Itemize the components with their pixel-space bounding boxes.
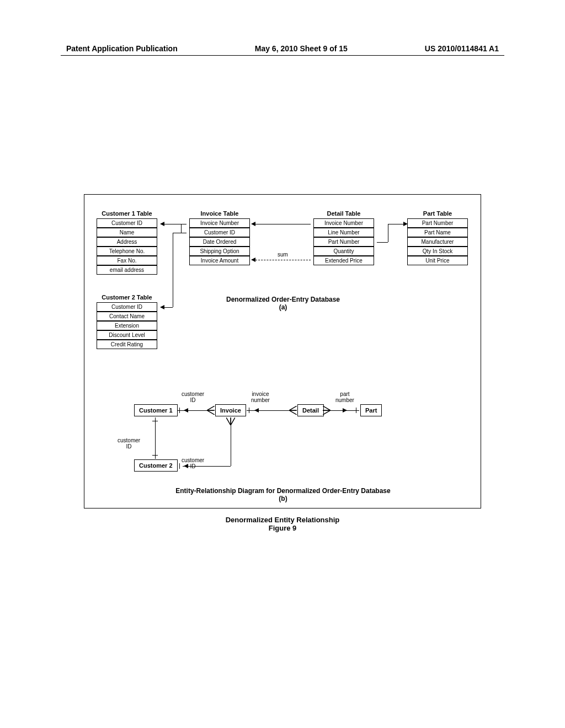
table-row: email address: [97, 265, 157, 275]
table-row: Invoice Number: [313, 218, 374, 228]
connector: [377, 242, 388, 243]
figure-caption: Denormalized Entity Relationship Figure …: [84, 516, 481, 532]
table-row: Name: [97, 228, 157, 237]
connector: [164, 224, 186, 224]
arrow-left-icon: [160, 222, 164, 226]
customer2-table: Customer 2 Table Customer ID Contact Nam…: [97, 294, 157, 349]
arrow-right-icon: [403, 222, 408, 226]
connector-dashed: [255, 260, 311, 260]
er-customer1: Customer 1: [134, 404, 178, 416]
connector-tick: [152, 455, 158, 456]
tick-icon: [179, 408, 180, 413]
connector: [173, 233, 186, 233]
table-row: Discount Level: [97, 330, 157, 340]
er-label-invoice-number: invoicenumber: [251, 391, 270, 403]
caption-a: Denormalized Order-Entry Database (a): [209, 296, 358, 311]
caption-b-line2: (b): [140, 495, 427, 502]
tick-icon: [179, 463, 180, 469]
tick-icon: [356, 408, 356, 413]
arrow-left-icon: [184, 408, 188, 413]
table-row: Fax No.: [97, 256, 157, 265]
arrow-left-icon: [184, 464, 188, 468]
crowfoot-icon: [323, 406, 331, 415]
arrow-left-icon: [254, 408, 259, 413]
table-row: Credit Rating: [97, 340, 157, 349]
table-row: Address: [97, 237, 157, 247]
arrow-right-icon: [343, 408, 347, 413]
table-row: Line Number: [313, 228, 374, 237]
connector: [155, 417, 156, 459]
er-label-customer-id: customerID: [182, 391, 204, 403]
table-row: Extended Price: [313, 256, 374, 265]
table-row: Invoice Number: [189, 218, 250, 228]
part-table: Part Table Part Number Part Name Manufac…: [407, 210, 468, 265]
er-customer2: Customer 2: [134, 459, 178, 472]
caption-b: Entity-Relationship Diagram for Denormal…: [140, 487, 427, 502]
caption-a-line1: Denormalized Order-Entry Database: [209, 296, 358, 303]
caption-b-line1: Entity-Relationship Diagram for Denormal…: [140, 487, 427, 495]
header-rule: [61, 55, 504, 56]
table-row: Date Ordered: [189, 237, 250, 247]
table-row: Part Number: [313, 237, 374, 247]
er-detail: Detail: [297, 404, 324, 416]
connector: [255, 224, 311, 224]
er-label-customer-id-2: customerID: [118, 437, 140, 449]
customer1-title: Customer 1 Table: [97, 210, 157, 217]
diagram-frame: Customer 1 Table Customer ID Name Addres…: [84, 194, 481, 508]
customer2-title: Customer 2 Table: [97, 294, 157, 301]
table-row: Extension: [97, 321, 157, 330]
header-left: Patent Application Publication: [66, 44, 178, 53]
crowfoot-icon: [289, 406, 297, 415]
part-title: Part Table: [407, 210, 468, 217]
detail-title: Detail Table: [313, 210, 374, 217]
connector: [388, 224, 404, 224]
table-row: Customer ID: [189, 228, 250, 237]
connector: [181, 224, 182, 233]
connector: [173, 233, 173, 307]
table-row: Part Number: [407, 218, 468, 228]
er-label-part-number: partnumber: [335, 391, 354, 403]
tick-icon: [249, 408, 249, 413]
invoice-table: Invoice Table Invoice Number Customer ID…: [189, 210, 250, 265]
invoice-title: Invoice Table: [189, 210, 250, 217]
figure-number: Figure 9: [84, 524, 481, 532]
arrow-left-icon: [160, 305, 164, 309]
table-row: Telephone No.: [97, 247, 157, 256]
figure-title: Denormalized Entity Relationship: [84, 516, 481, 524]
er-part: Part: [360, 404, 382, 416]
table-row: Unit Price: [407, 256, 468, 265]
detail-table: Detail Table Invoice Number Line Number …: [313, 210, 374, 265]
caption-a-line2: (a): [209, 303, 358, 311]
connector: [164, 307, 173, 308]
arrow-left-icon: [251, 258, 255, 262]
customer1-table: Customer 1 Table Customer ID Name Addres…: [97, 210, 157, 275]
connector: [183, 466, 231, 467]
table-row: Shipping Option: [189, 247, 250, 256]
table-row: Customer ID: [97, 218, 157, 228]
table-row: Quantity: [313, 247, 374, 256]
header-center: May 6, 2010 Sheet 9 of 15: [255, 44, 348, 53]
sum-label: sum: [278, 251, 288, 258]
crowfoot-icon: [207, 406, 215, 415]
table-row: Contact Name: [97, 312, 157, 321]
connector: [388, 224, 388, 242]
er-invoice: Invoice: [215, 404, 246, 416]
connector-tick: [152, 421, 158, 421]
table-row: Part Name: [407, 228, 468, 237]
crowfoot-icon: [226, 417, 235, 425]
table-row: Qty In Stock: [407, 247, 468, 256]
table-row: Invoice Amount: [189, 256, 250, 265]
table-row: Manufacturer: [407, 237, 468, 247]
table-row: Customer ID: [97, 302, 157, 312]
arrow-left-icon: [251, 222, 255, 226]
page-header: Patent Application Publication May 6, 20…: [0, 44, 565, 53]
header-right: US 2010/0114841 A1: [425, 44, 499, 53]
